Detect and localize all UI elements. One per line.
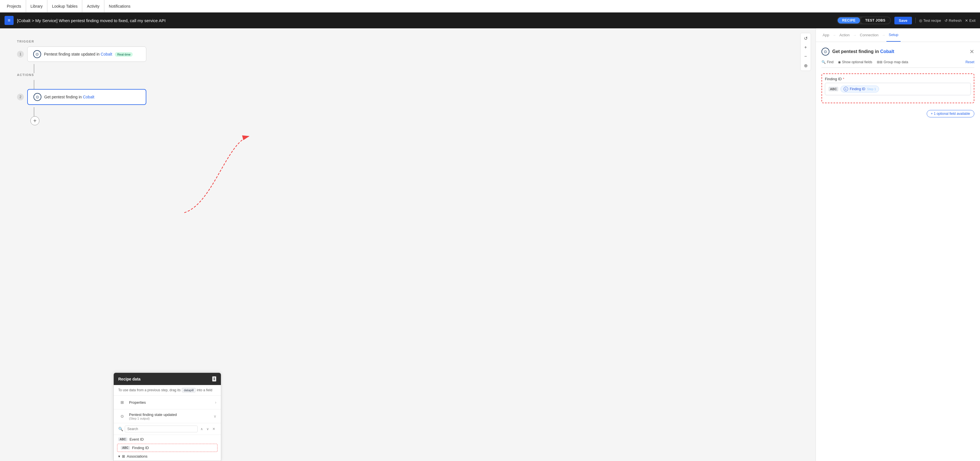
search-close-btn[interactable]: ✕ [211, 426, 216, 431]
field-type-tag: ABC [829, 87, 838, 91]
realtime-badge: Real-time [115, 52, 133, 57]
assoc-icon: ⊞ [122, 454, 125, 458]
canvas-zoom-in-btn[interactable]: + [802, 43, 810, 51]
tab-connection[interactable]: Connection [858, 33, 881, 37]
optional-field-btn[interactable]: + 1 optional field available [927, 110, 974, 118]
top-nav: Projects Library Lookup Tables Activity … [0, 0, 980, 13]
finding-id-datapill[interactable]: ⊙ Finding ID Step 1 [840, 86, 879, 92]
canvas-target-btn[interactable]: ⊕ [802, 62, 810, 70]
step-1-link[interactable]: Cobalt [101, 52, 112, 56]
recipe-data-header: Recipe data ⇕ [114, 373, 221, 385]
datapill-chip-label: Finding ID [850, 87, 865, 91]
nav-library[interactable]: Library [26, 0, 48, 13]
step-2-row: 2 ⊙ Get pentest finding in Cobalt [17, 89, 799, 105]
recipe-title: [Cobalt > My Service] When pentest findi… [17, 18, 834, 23]
recipe-data-panel: Recipe data ⇕ To use data from a previou… [113, 372, 221, 461]
pentest-chevron: ∨ [213, 414, 216, 418]
finding-id-label: Finding ID [132, 446, 149, 450]
tab-test-jobs[interactable]: TEST JOBS [861, 17, 890, 24]
main-layout: ↺ + − ⊕ TRIGGER 1 ⊙ Pentest finding stat… [0, 29, 980, 461]
recipe-data-title: Recipe data [118, 377, 141, 382]
add-step-btn[interactable]: + [30, 116, 40, 125]
finding-id-tag: ABC [121, 446, 130, 450]
properties-label: Properties [129, 400, 146, 405]
reset-btn[interactable]: Reset [966, 60, 974, 64]
recipe-data-search-row: 🔍 ∧ ∨ ✕ [114, 423, 221, 435]
show-optional-btn[interactable]: ◉ Show optional fields [838, 60, 872, 64]
recipe-data-search-input[interactable] [125, 426, 198, 432]
find-btn[interactable]: 🔍 Find [821, 60, 834, 64]
search-up-btn[interactable]: ∧ [199, 426, 204, 431]
step-1-card[interactable]: ⊙ Pentest finding state updated in Cobal… [27, 46, 146, 62]
search-icon: 🔍 [118, 427, 123, 431]
recipe-data-properties[interactable]: ⊞ Properties › [114, 396, 221, 409]
datapill-chip-icon: ⊙ [843, 87, 848, 91]
tab-recipe[interactable]: RECIPE [838, 17, 860, 24]
step-2-link[interactable]: Cobalt [83, 95, 94, 99]
step-1-num: 1 [17, 51, 24, 57]
step-2-icon: ⊙ [33, 93, 41, 101]
test-recipe-link[interactable]: ◎ Test recipe [919, 18, 941, 23]
panel-close-btn[interactable]: ✕ [969, 48, 974, 55]
step-1-icon: ⊙ [33, 50, 41, 58]
tab-app[interactable]: App [820, 33, 831, 37]
canvas-zoom-out-btn[interactable]: − [802, 52, 810, 60]
recipe-data-expand[interactable]: ⇕ [212, 376, 216, 382]
associations-row[interactable]: ▾ ⊞ Associations [114, 452, 221, 461]
find-icon: 🔍 [821, 60, 826, 64]
finding-id-field-highlight: Finding ID * ABC ⊙ Finding ID Step 1 [821, 73, 974, 103]
app-bar-actions: Save ◎ Test recipe ↺ Refresh ✕ Exit [894, 17, 975, 24]
datapill-word: datapill [182, 388, 196, 393]
pentest-sub: (Step 1 output) [129, 417, 177, 420]
event-id-label: Event ID [130, 437, 144, 442]
app-bar: ≡ [Cobalt > My Service] When pentest fin… [0, 13, 980, 29]
step-2-card[interactable]: ⊙ Get pentest finding in Cobalt [27, 89, 146, 105]
step-2-text: Get pentest finding in Cobalt [44, 95, 94, 99]
panel-title: Get pentest finding in Cobalt [832, 49, 894, 54]
assoc-label: Associations [127, 454, 148, 458]
required-star: * [843, 77, 844, 81]
finding-id-label-text: Finding ID * [825, 77, 971, 81]
event-id-tag: ABC [118, 437, 127, 441]
finding-id-form-field: Finding ID * ABC ⊙ Finding ID Step 1 [825, 77, 971, 95]
step-1-row: 1 ⊙ Pentest finding state updated in Cob… [17, 46, 799, 62]
datapill-event-id[interactable]: ABC Event ID [114, 435, 221, 444]
panel-title-link[interactable]: Cobalt [880, 49, 894, 54]
tab-setup[interactable]: Setup [886, 29, 900, 42]
properties-icon: ⊞ [118, 398, 126, 406]
nav-activity[interactable]: Activity [82, 0, 104, 13]
pentest-label: Pentest finding state updated [129, 413, 177, 417]
app-icon: ≡ [5, 16, 14, 25]
nav-projects[interactable]: Projects [7, 0, 26, 13]
nav-notifications[interactable]: Notifications [104, 0, 135, 13]
recipe-toggle: RECIPE TEST JOBS [837, 16, 891, 24]
group-map-btn[interactable]: ⊞⊞ Group map data [877, 60, 908, 64]
group-icon: ⊞⊞ [877, 60, 883, 64]
nav-lookup-tables[interactable]: Lookup Tables [47, 0, 82, 13]
finding-id-input[interactable]: ABC ⊙ Finding ID Step 1 [825, 83, 971, 95]
connector-2 [34, 80, 34, 89]
datapill-finding-id[interactable]: ABC Finding ID [117, 444, 218, 452]
tab-action[interactable]: Action [837, 33, 852, 37]
canvas-reset-btn[interactable]: ↺ [802, 34, 810, 42]
canvas: ↺ + − ⊕ TRIGGER 1 ⊙ Pentest finding stat… [0, 29, 816, 461]
step-1-text: Pentest finding state updated in Cobalt … [44, 52, 133, 56]
pentest-icon: ⊙ [118, 412, 126, 420]
recipe-data-pentest[interactable]: ⊙ Pentest finding state updated (Step 1 … [114, 409, 221, 423]
workflow: TRIGGER 1 ⊙ Pentest finding state update… [0, 29, 816, 137]
optional-icon: ◉ [838, 60, 841, 64]
actions-label: ACTIONS [17, 73, 799, 76]
search-down-btn[interactable]: ∨ [205, 426, 210, 431]
recipe-data-desc: To use data from a previous step, drag i… [114, 385, 221, 396]
panel-actions: 🔍 Find ◉ Show optional fields ⊞⊞ Group m… [821, 60, 974, 68]
panel-step-icon: ⊙ [821, 48, 829, 56]
datapill-chip-step: Step 1 [867, 87, 876, 91]
panel-content: ⊙ Get pentest finding in Cobalt ✕ 🔍 Find… [816, 42, 980, 461]
refresh-link[interactable]: ↺ Refresh [945, 18, 962, 23]
right-panel: App → Action → Connection → Setup ⊙ Get … [816, 29, 980, 461]
connector-1 [34, 64, 34, 73]
exit-link[interactable]: ✕ Exit [965, 18, 975, 23]
panel-tabs: App → Action → Connection → Setup [816, 29, 980, 42]
save-button[interactable]: Save [894, 17, 912, 24]
optional-field-container: + 1 optional field available [821, 108, 974, 118]
